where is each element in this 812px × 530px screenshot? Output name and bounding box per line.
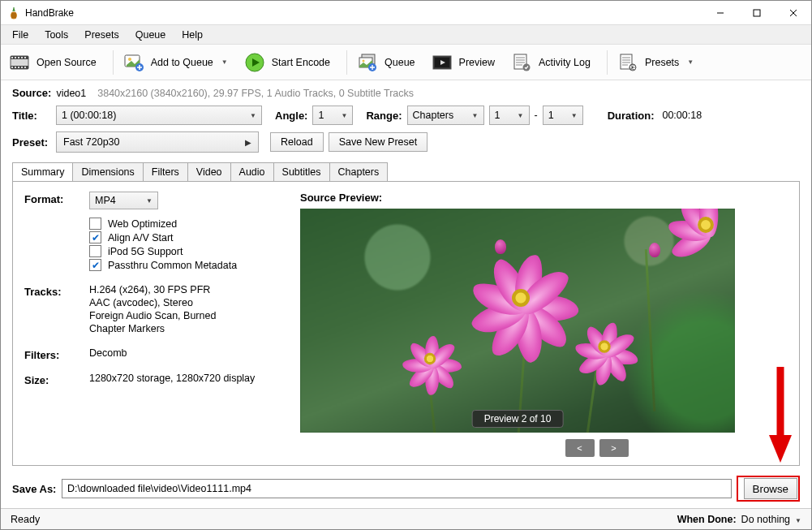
app-icon (7, 6, 20, 19)
tracks-text: H.264 (x264), 30 FPS PFR AAC (avcodec), … (89, 284, 216, 336)
save-as-input[interactable] (62, 479, 732, 498)
range-from-combo[interactable]: 1 ▼ (489, 106, 530, 125)
duration-value: 00:00:18 (662, 110, 702, 121)
align-av-checkbox[interactable]: Align A/V Start (89, 231, 237, 243)
reload-button[interactable]: Reload (270, 132, 324, 152)
angle-combo[interactable]: 1 ▼ (312, 106, 353, 125)
svg-point-29 (632, 66, 634, 67)
annotation-highlight: Browse (737, 476, 800, 502)
tab-dimensions[interactable]: Dimensions (72, 162, 143, 181)
svg-point-16 (128, 58, 131, 61)
size-label: Size: (24, 373, 89, 386)
save-new-preset-button[interactable]: Save New Preset (329, 132, 428, 152)
queue-button[interactable]: Queue (352, 49, 425, 76)
tab-subtitles[interactable]: Subtitles (273, 162, 330, 181)
chevron-down-icon: ▼ (221, 58, 228, 66)
svg-rect-7 (18, 57, 19, 58)
tab-filters[interactable]: Filters (143, 162, 188, 181)
source-preview-image: Preview 2 of 10 (300, 209, 735, 433)
menu-tools[interactable]: Tools (37, 27, 76, 43)
filters-label: Filters: (24, 347, 89, 361)
checkbox-checked-icon (89, 259, 101, 271)
range-mode-combo[interactable]: Chapters ▼ (407, 106, 484, 125)
title-value: 1 (00:00:18) (62, 110, 116, 121)
format-label: Format: (24, 192, 89, 205)
start-encode-label: Start Encode (272, 57, 330, 68)
film-icon (9, 52, 30, 73)
preview-label: Preview (459, 57, 495, 68)
angle-label: Angle: (275, 110, 307, 122)
title-combo[interactable]: 1 (00:00:18) ▼ (56, 106, 262, 125)
menu-queue[interactable]: Queue (127, 27, 174, 43)
menu-bar: File Tools Presets Queue Help (1, 25, 811, 45)
source-label: Source: (12, 87, 51, 99)
svg-point-21 (363, 59, 365, 62)
svg-rect-6 (15, 57, 16, 58)
svg-rect-9 (24, 57, 26, 58)
open-source-label: Open Source (37, 57, 97, 68)
chevron-down-icon: ▼ (687, 58, 694, 66)
presets-icon (617, 52, 638, 73)
menu-presets[interactable]: Presets (76, 27, 127, 43)
toolbar-separator (607, 50, 608, 75)
when-done-label: When Done: (677, 514, 737, 525)
format-combo[interactable]: MP4 ▼ (89, 192, 158, 209)
browse-button[interactable]: Browse (744, 478, 797, 499)
tracks-label: Tracks: (24, 284, 89, 298)
presets-button[interactable]: Presets ▼ (612, 49, 703, 76)
preset-combo[interactable]: Fast 720p30 ▶ (56, 131, 259, 153)
open-source-button[interactable]: Open Source (4, 49, 106, 76)
image-plus-icon (123, 52, 144, 73)
presets-label: Presets (645, 57, 679, 68)
passthru-meta-label: Passthru Common Metadata (108, 260, 237, 271)
when-done-value: Do nothing (741, 514, 790, 525)
activity-log-button[interactable]: Activity Log (506, 49, 600, 76)
svg-rect-10 (11, 67, 13, 68)
passthru-meta-checkbox[interactable]: Passthru Common Metadata (89, 259, 237, 271)
web-optimized-checkbox[interactable]: Web Optimized (89, 218, 237, 230)
range-label: Range: (366, 110, 402, 122)
filters-text: Decomb (89, 347, 127, 360)
play-icon (244, 52, 265, 73)
range-to-combo[interactable]: 1 ▼ (543, 106, 583, 125)
ipod-checkbox[interactable]: iPod 5G Support (89, 245, 237, 257)
chevron-down-icon: ▼ (518, 112, 524, 119)
title-label: Title: (12, 110, 51, 122)
tab-summary[interactable]: Summary (12, 162, 73, 181)
range-to-value: 1 (548, 110, 554, 121)
toolbar-separator (346, 50, 347, 75)
add-to-queue-label: Add to Queue (151, 57, 213, 68)
checkbox-checked-icon (89, 231, 101, 243)
source-name: video1 (56, 88, 86, 99)
title-bar: HandBrake (1, 1, 811, 25)
menu-help[interactable]: Help (174, 27, 211, 43)
maximize-button[interactable] (738, 1, 775, 24)
format-value: MP4 (95, 195, 116, 206)
triangle-right-icon: ▶ (245, 138, 251, 147)
preview-next-button[interactable]: > (599, 439, 629, 457)
when-done-combo[interactable]: Do nothing▼ (741, 514, 801, 525)
summary-panel: Format: MP4 ▼ Web Optimized Align A/V St… (12, 181, 800, 466)
preset-label: Preset: (12, 136, 51, 149)
tab-chapters[interactable]: Chapters (329, 162, 389, 181)
chevron-down-icon: ▼ (342, 112, 348, 119)
add-to-queue-button[interactable]: Add to Queue ▼ (118, 49, 238, 76)
tab-video[interactable]: Video (187, 162, 231, 181)
tab-audio[interactable]: Audio (230, 162, 274, 181)
checkbox-icon (89, 245, 101, 257)
start-encode-button[interactable]: Start Encode (239, 49, 340, 76)
checkbox-icon (89, 218, 101, 230)
minimize-button[interactable] (702, 1, 738, 24)
menu-file[interactable]: File (4, 27, 37, 43)
preview-button[interactable]: Preview (427, 49, 505, 76)
source-row: Source: video1 3840x2160 (3840x2160), 29… (12, 87, 800, 99)
preview-counter-badge: Preview 2 of 10 (472, 410, 564, 428)
range-from-value: 1 (495, 110, 501, 121)
svg-rect-11 (15, 67, 16, 68)
close-button[interactable] (775, 1, 811, 24)
svg-rect-14 (24, 67, 26, 68)
log-icon (511, 52, 532, 73)
preview-prev-button[interactable]: < (565, 439, 595, 457)
preview-icon (432, 52, 453, 73)
save-as-label: Save As: (12, 483, 57, 495)
